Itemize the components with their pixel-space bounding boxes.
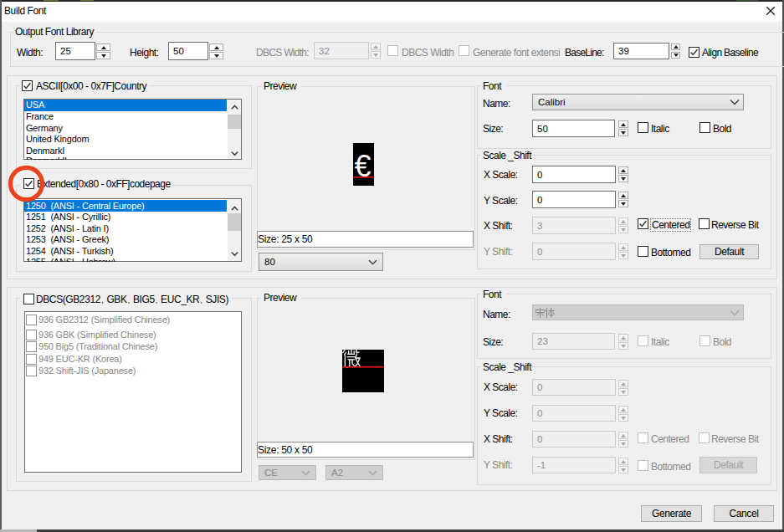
svg-text:€: € (355, 149, 372, 183)
